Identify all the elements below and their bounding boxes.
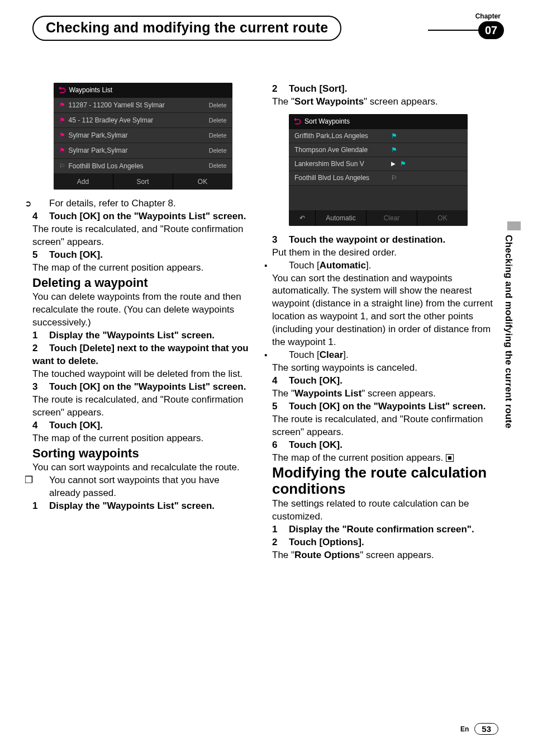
- note-icon: ❐: [37, 474, 49, 487]
- waypoint-row: ⚑11287 - 11200 Yarnell St SylmarDelete: [54, 98, 232, 113]
- sort-step-4: 4Touch [OK].: [272, 375, 493, 388]
- header-divider: [428, 30, 478, 31]
- left-column: ⮌ Waypoints List ⚑11287 - 11200 Yarnell …: [32, 83, 253, 562]
- step-4: 4Touch [OK] on the "Waypoints List" scre…: [32, 210, 253, 223]
- chapter-number-badge: 07: [478, 21, 504, 39]
- ok-button: OK: [417, 210, 468, 226]
- del-step-2-body: The touched waypoint will be deleted fro…: [32, 368, 253, 381]
- destination-icon: ⚐: [391, 173, 397, 182]
- sort-step-2: 2Touch [Sort].: [272, 83, 493, 96]
- mod-step-2: 2Touch [Options].: [272, 536, 493, 549]
- del-step-4: 4Touch [OK].: [32, 419, 253, 432]
- sort-step-3: 3Touch the waypoint or destination.: [272, 234, 493, 247]
- right-column: 2Touch [Sort]. The "Sort Waypoints" scre…: [272, 83, 493, 562]
- delete-button: Delete: [209, 131, 227, 140]
- back-icon: ⮌: [58, 85, 66, 96]
- clear-body: The sorting waypoints is canceled.: [272, 362, 493, 375]
- step-5-body: The map of the current position appears.: [32, 262, 253, 275]
- waypoint-row: ⚐Foothill Blvd Los AngelesDelete: [54, 159, 232, 174]
- sort-row: Lankershim Blvd Sun V▶⚑: [289, 157, 468, 171]
- sort-blank-area: [289, 186, 468, 210]
- flag-icon: ⚑: [59, 146, 65, 155]
- waypoint-row: ⚑45 - 112 Bradley Ave SylmarDelete: [54, 113, 232, 128]
- footer-page: 53: [474, 723, 498, 735]
- sort-title-text: Sort Waypoints: [304, 117, 350, 126]
- chapter-label: Chapter: [475, 12, 501, 20]
- flag-icon: ⚑: [391, 145, 397, 154]
- step-5: 5Touch [OK].: [32, 249, 253, 262]
- del-step-2: 2Touch [Delete] next to the waypoint tha…: [32, 342, 253, 368]
- sort-row: Foothill Blvd Los Angeles⚐: [289, 171, 468, 185]
- deleting-waypoint-intro: You can delete waypoints from the route …: [32, 291, 253, 329]
- waypoint-row: ⚑Sylmar Park,SylmarDelete: [54, 128, 232, 143]
- sorting-waypoints-intro: You can sort waypoints and recalculate t…: [32, 461, 253, 474]
- delete-button: Delete: [209, 101, 227, 110]
- side-tab-label: Checking and modifying the current route: [503, 235, 514, 428]
- clear-button: Clear: [367, 210, 417, 226]
- mod-step-1: 1Display the "Route confirmation screen"…: [272, 523, 493, 536]
- reference-note: ➲For details, refer to Chapter 8.: [32, 197, 253, 210]
- sort-step-1: 1Display the "Waypoints List" screen.: [32, 500, 253, 513]
- reference-icon: ➲: [37, 198, 49, 209]
- page-title: Checking and modifying the current route: [32, 16, 341, 41]
- header: Chapter 07 Checking and modifying the cu…: [32, 16, 501, 42]
- sorting-note: ❐You cannot sort waypoints that you have…: [32, 474, 253, 500]
- waypoints-footer: Add Sort OK: [54, 174, 232, 190]
- back-icon: ⮌: [293, 116, 301, 127]
- sort-step-3-body: Put them in the desired order.: [272, 247, 493, 259]
- modifying-conditions-intro: The settings related to route calculatio…: [272, 498, 493, 523]
- sort-row: Thompson Ave Glendale⚑: [289, 143, 468, 157]
- del-step-3-body: The route is recalculated, and "Route co…: [32, 394, 253, 419]
- automatic-option: ▪Touch [Automatic].: [272, 259, 493, 272]
- flag-icon: ⚑: [400, 159, 406, 168]
- mod-step-2-body: The "Route Options" screen appears.: [272, 549, 493, 562]
- bullet-icon: ▪: [277, 260, 289, 271]
- sort-step-2-body: The "Sort Waypoints" screen appears.: [272, 96, 493, 108]
- del-step-1: 1Display the "Waypoints List" screen.: [32, 329, 253, 342]
- sort-step-6: 6Touch [OK].: [272, 439, 493, 452]
- step-4-body: The route is recalculated, and "Route co…: [32, 223, 253, 249]
- sort-button: Sort: [113, 174, 173, 190]
- destination-icon: ⚐: [59, 162, 65, 171]
- delete-button: Delete: [209, 162, 227, 170]
- waypoint-row: ⚑Sylmar Park,SylmarDelete: [54, 143, 232, 158]
- sort-row: Griffith Park,Los Angeles⚑: [289, 129, 468, 143]
- sort-step-6-body: The map of the current position appears.: [272, 452, 493, 465]
- sort-footer: ↶ Automatic Clear OK: [289, 210, 468, 226]
- delete-button: Delete: [209, 147, 227, 155]
- sort-waypoints-screenshot: ⮌ Sort Waypoints Griffith Park,Los Angel…: [289, 114, 468, 226]
- flag-icon: ⚑: [59, 101, 65, 110]
- clear-option: ▪Touch [Clear].: [272, 349, 493, 362]
- sort-step-5-body: The route is recalculated, and "Route co…: [272, 413, 493, 439]
- waypoints-screen-title: ⮌ Waypoints List: [54, 83, 232, 98]
- end-icon: [446, 454, 454, 462]
- add-button: Add: [54, 174, 113, 190]
- modifying-conditions-heading: Modifying the route calculation conditio…: [272, 465, 493, 498]
- play-icon: ▶: [391, 160, 396, 168]
- waypoints-list-screenshot: ⮌ Waypoints List ⚑11287 - 11200 Yarnell …: [54, 83, 232, 190]
- sorting-waypoints-heading: Sorting waypoints: [32, 445, 253, 462]
- flag-icon: ⚑: [391, 131, 397, 140]
- footer-lang: En: [460, 725, 469, 733]
- flag-icon: ⚑: [59, 131, 65, 140]
- automatic-body: You can sort the destination and waypoin…: [272, 272, 493, 349]
- sort-screen-title: ⮌ Sort Waypoints: [289, 114, 468, 129]
- waypoints-title-text: Waypoints List: [69, 86, 113, 94]
- ok-button: OK: [173, 174, 232, 190]
- sort-step-4-body: The "Waypoints List" screen appears.: [272, 388, 493, 400]
- side-tab-stub: [507, 221, 521, 230]
- delete-button: Delete: [209, 116, 227, 125]
- del-step-3: 3Touch [OK] on the "Waypoints List" scre…: [32, 381, 253, 394]
- flag-icon: ⚑: [59, 116, 65, 125]
- back-button: ↶: [289, 210, 316, 226]
- del-step-4-body: The map of the current position appears.: [32, 432, 253, 445]
- sort-step-5: 5Touch [OK] on the "Waypoints List" scre…: [272, 400, 493, 413]
- automatic-button: Automatic: [316, 210, 367, 226]
- deleting-waypoint-heading: Deleting a waypoint: [32, 275, 253, 291]
- bullet-icon: ▪: [277, 349, 289, 361]
- footer: En 53: [460, 723, 498, 735]
